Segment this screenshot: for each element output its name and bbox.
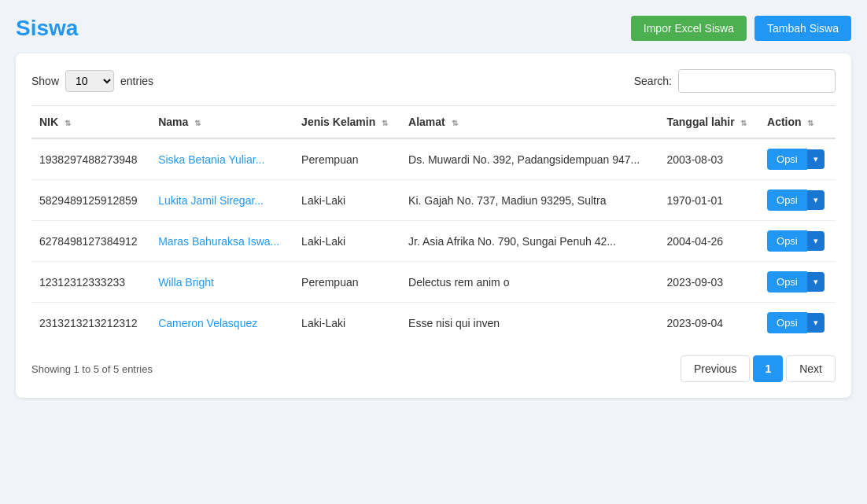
col-tanggal-lahir: Tanggal lahir ⇅	[659, 106, 760, 139]
opsi-dropdown-button[interactable]: ▾	[807, 313, 825, 333]
opsi-group: Opsi▾	[767, 230, 828, 252]
opsi-button[interactable]: Opsi	[767, 312, 807, 333]
cell-tanggal-lahir: 2023-09-03	[659, 262, 760, 303]
cell-action: Opsi▾	[759, 262, 836, 303]
nama-link[interactable]: Siska Betania Yuliar...	[158, 153, 264, 166]
opsi-dropdown-button[interactable]: ▾	[807, 149, 825, 169]
opsi-dropdown-button[interactable]: ▾	[807, 190, 825, 210]
nama-link[interactable]: Lukita Jamil Siregar...	[158, 194, 264, 207]
top-actions: Impor Excel Siswa Tambah Siswa	[631, 16, 851, 41]
cell-nik: 1938297488273948	[31, 138, 150, 180]
cell-action: Opsi▾	[759, 180, 836, 221]
cell-nik: 5829489125912859	[31, 180, 150, 221]
cell-tanggal-lahir: 2003-08-03	[659, 138, 760, 180]
table-row: 1938297488273948Siska Betania Yuliar...P…	[31, 138, 836, 180]
cell-jenis-kelamin: Perempuan	[293, 138, 400, 180]
nama-sort-icon[interactable]: ⇅	[194, 119, 201, 127]
cell-alamat: Delectus rem anim o	[400, 262, 659, 303]
cell-tanggal-lahir: 1970-01-01	[659, 180, 760, 221]
cell-action: Opsi▾	[759, 221, 836, 262]
nama-link[interactable]: Maras Bahuraksa Iswa...	[158, 235, 279, 248]
col-action: Action ⇅	[759, 106, 836, 139]
cell-jenis-kelamin: Laki-Laki	[293, 303, 400, 344]
nama-link[interactable]: Cameron Velasquez	[158, 317, 257, 329]
jk-sort-icon[interactable]: ⇅	[382, 119, 388, 127]
cell-jenis-kelamin: Perempuan	[293, 262, 400, 303]
nama-link[interactable]: Willa Bright	[158, 276, 214, 289]
opsi-button[interactable]: Opsi	[767, 189, 807, 211]
cell-jenis-kelamin: Laki-Laki	[293, 221, 400, 262]
previous-button[interactable]: Previous	[681, 355, 750, 382]
cell-nama: Siska Betania Yuliar...	[150, 138, 293, 180]
entries-label: entries	[120, 75, 153, 87]
opsi-group: Opsi▾	[767, 189, 828, 211]
impor-excel-button[interactable]: Impor Excel Siswa	[631, 16, 747, 41]
opsi-group: Opsi▾	[767, 149, 828, 170]
cell-nama: Lukita Jamil Siregar...	[150, 180, 293, 221]
cell-nik: 2313213213212312	[31, 303, 150, 344]
action-sort-icon[interactable]: ⇅	[807, 119, 814, 127]
table-row: 5829489125912859Lukita Jamil Siregar...L…	[31, 180, 836, 221]
table-controls: Show 10 25 50 100 entries Search:	[31, 69, 836, 93]
opsi-group: Opsi▾	[767, 312, 828, 333]
main-card: Show 10 25 50 100 entries Search: NIK	[16, 53, 851, 398]
col-nik: NIK ⇅	[31, 106, 150, 139]
opsi-button[interactable]: Opsi	[767, 230, 807, 252]
table-footer: Showing 1 to 5 of 5 entries Previous 1 N…	[31, 355, 836, 382]
cell-nama: Willa Bright	[150, 262, 293, 303]
cell-nik: 12312312333233	[31, 262, 150, 303]
search-box: Search:	[634, 69, 836, 93]
table-row: 2313213213212312Cameron VelasquezLaki-La…	[31, 303, 836, 344]
cell-tanggal-lahir: 2023-09-04	[659, 303, 760, 344]
data-table: NIK ⇅ Nama ⇅ Jenis Kelamin ⇅ Alamat ⇅	[31, 105, 836, 343]
cell-nama: Maras Bahuraksa Iswa...	[150, 221, 293, 262]
col-nama: Nama ⇅	[150, 106, 293, 139]
opsi-button[interactable]: Opsi	[767, 149, 807, 170]
cell-action: Opsi▾	[759, 138, 836, 180]
cell-alamat: Ds. Muwardi No. 392, Padangsidempuan 947…	[400, 138, 659, 180]
cell-nama: Cameron Velasquez	[150, 303, 293, 344]
table-header-row: NIK ⇅ Nama ⇅ Jenis Kelamin ⇅ Alamat ⇅	[31, 106, 836, 139]
cell-alamat: Jr. Asia Afrika No. 790, Sungai Penuh 42…	[400, 221, 659, 262]
tgl-sort-icon[interactable]: ⇅	[740, 119, 747, 127]
col-alamat: Alamat ⇅	[400, 106, 659, 139]
nik-sort-icon[interactable]: ⇅	[65, 119, 71, 127]
tambah-siswa-button[interactable]: Tambah Siswa	[754, 16, 851, 41]
search-input[interactable]	[678, 69, 836, 93]
col-jenis-kelamin: Jenis Kelamin ⇅	[293, 106, 400, 139]
cell-alamat: Ki. Gajah No. 737, Madiun 93295, Sultra	[400, 180, 659, 221]
next-button[interactable]: Next	[786, 355, 836, 382]
show-label: Show	[31, 75, 59, 87]
opsi-dropdown-button[interactable]: ▾	[807, 231, 825, 251]
show-entries: Show 10 25 50 100 entries	[31, 70, 153, 92]
cell-action: Opsi▾	[759, 303, 836, 344]
table-row: 12312312333233Willa BrightPerempuanDelec…	[31, 262, 836, 303]
cell-alamat: Esse nisi qui inven	[400, 303, 659, 344]
page-1-button[interactable]: 1	[753, 355, 783, 382]
opsi-button[interactable]: Opsi	[767, 271, 807, 292]
entries-select[interactable]: 10 25 50 100	[65, 70, 114, 92]
table-row: 6278498127384912Maras Bahuraksa Iswa...L…	[31, 221, 836, 262]
search-label: Search:	[634, 75, 672, 87]
opsi-group: Opsi▾	[767, 271, 828, 292]
cell-tanggal-lahir: 2004-04-26	[659, 221, 760, 262]
cell-jenis-kelamin: Laki-Laki	[293, 180, 400, 221]
alamat-sort-icon[interactable]: ⇅	[452, 119, 458, 127]
pagination: Previous 1 Next	[681, 355, 836, 382]
cell-nik: 6278498127384912	[31, 221, 150, 262]
showing-text: Showing 1 to 5 of 5 entries	[31, 363, 153, 375]
opsi-dropdown-button[interactable]: ▾	[807, 272, 825, 292]
